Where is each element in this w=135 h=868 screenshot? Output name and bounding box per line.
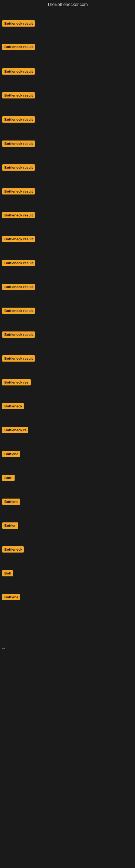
bottleneck-item-8[interactable]: Bottleneck result	[1, 188, 36, 195]
page-wrapper: TheBottlenecker.com Bottleneck resultBot…	[0, 0, 135, 650]
bottleneck-item-25[interactable]: Bottlene	[1, 594, 21, 601]
bottleneck-item-10[interactable]: Bottleneck result	[1, 236, 36, 243]
bottleneck-badge: Bottleneck result	[2, 236, 35, 242]
bottleneck-badge: Bottleneck result	[2, 260, 35, 266]
ellipsis-label: ...	[1, 645, 5, 651]
bottleneck-item-15[interactable]: Bottleneck result	[1, 355, 36, 363]
bottleneck-item-18[interactable]: Bottleneck re	[1, 427, 29, 434]
bottleneck-badge: Bottlen	[2, 522, 18, 529]
bottleneck-badge: Bottleneck result	[2, 308, 35, 314]
bottleneck-badge: Bottleneck result	[2, 284, 35, 290]
bottleneck-item-2[interactable]: Bottleneck result	[1, 44, 36, 51]
bottleneck-item-6[interactable]: Bottleneck result	[1, 141, 36, 148]
bottleneck-item-13[interactable]: Bottleneck result	[1, 308, 36, 315]
bottleneck-item-20[interactable]: Bottl	[1, 475, 16, 482]
bottleneck-badge: Bottleneck result	[2, 68, 35, 74]
bottleneck-badge: Bottleneck	[2, 403, 24, 409]
bottleneck-item-7[interactable]: Bottleneck result	[1, 164, 36, 172]
bottleneck-badge: Bottleneck result	[2, 188, 35, 194]
bottleneck-badge: Bottleneck result	[2, 355, 35, 362]
bottleneck-badge: Bottleneck result	[2, 20, 35, 27]
bottleneck-item-21[interactable]: Bottlene	[1, 499, 21, 506]
bottleneck-badge: Bottlene	[2, 594, 20, 600]
bottleneck-badge: Bottlene	[2, 499, 20, 505]
bottleneck-item-16[interactable]: Bottleneck res	[1, 379, 32, 386]
bottleneck-item-19[interactable]: Bottlene	[1, 451, 21, 458]
bottleneck-badge: Bottleneck	[2, 546, 24, 553]
bottleneck-badge: Bottlene	[2, 451, 20, 457]
bottleneck-item-3[interactable]: Bottleneck result	[1, 68, 36, 76]
bottleneck-item-9[interactable]: Bottleneck result	[1, 212, 36, 219]
bottleneck-badge: Bottleneck res	[2, 379, 31, 385]
bottleneck-badge: Bottleneck result	[2, 212, 35, 218]
bottleneck-item-24[interactable]: Bott	[1, 570, 14, 578]
bottleneck-badge: Bottleneck result	[2, 141, 35, 147]
bottleneck-badge: Bott	[2, 570, 13, 577]
bottleneck-badge: Bottleneck result	[2, 332, 35, 338]
bottleneck-badge: Bottl	[2, 475, 14, 481]
site-title: TheBottlenecker.com	[0, 0, 135, 10]
bottleneck-badge: Bottleneck result	[2, 44, 35, 50]
bottleneck-item-14[interactable]: Bottleneck result	[1, 332, 36, 339]
bottleneck-item-1[interactable]: Bottleneck result	[1, 20, 36, 28]
bottleneck-item-11[interactable]: Bottleneck result	[1, 260, 36, 267]
bottleneck-badge: Bottleneck result	[2, 92, 35, 98]
bottleneck-item-4[interactable]: Bottleneck result	[1, 92, 36, 99]
bottom-section: ...	[0, 640, 135, 650]
bottleneck-item-23[interactable]: Bottleneck	[1, 546, 25, 554]
items-container: Bottleneck resultBottleneck resultBottle…	[0, 10, 135, 623]
bottleneck-item-22[interactable]: Bottlen	[1, 522, 19, 530]
bottleneck-item-12[interactable]: Bottleneck result	[1, 284, 36, 291]
bottleneck-item-5[interactable]: Bottleneck result	[1, 116, 36, 124]
bottleneck-badge: Bottleneck result	[2, 116, 35, 123]
bottleneck-badge: Bottleneck re	[2, 427, 28, 433]
bottleneck-badge: Bottleneck result	[2, 164, 35, 170]
bottleneck-item-17[interactable]: Bottleneck	[1, 403, 25, 410]
